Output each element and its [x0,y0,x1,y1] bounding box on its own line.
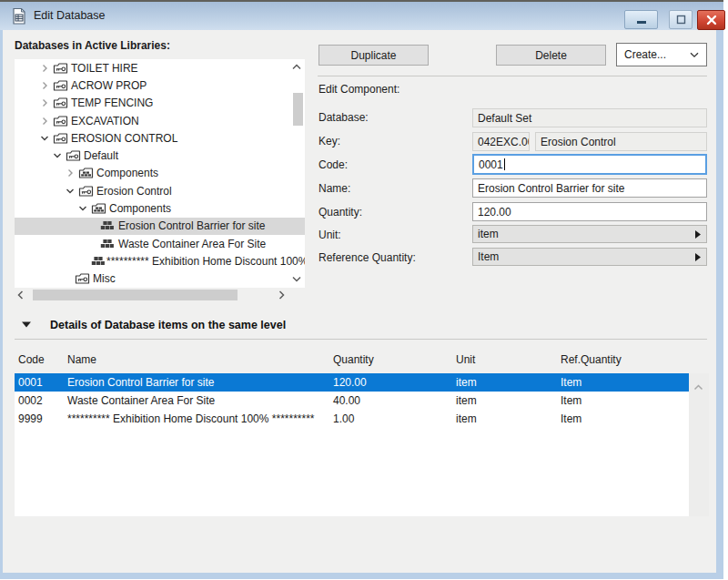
table-row-0001[interactable]: 0001Erosion Control Barrier for site120.… [15,373,689,392]
table-scrollbar-track [689,373,709,516]
tree-item-temp-fencing[interactable]: TEMP FENCING [15,95,305,112]
code-input[interactable]: 0001 [472,154,707,175]
column-header-code[interactable]: Code [15,353,67,366]
chevron-down-icon[interactable] [40,134,53,143]
cell-ref: Item [561,376,689,389]
cell-qty: 120.00 [333,376,456,389]
tree-item-toilet-hire[interactable]: TOILET HIRE [15,59,305,76]
tree-item-exhibition-home-discount-100[interactable]: ********** Exhibition Home Discount 100% [15,252,305,270]
window-border [0,573,723,579]
key-folder-icon [66,149,83,162]
scroll-down-button[interactable] [290,273,303,284]
cell-qty: 40.00 [333,394,456,407]
cell-code: 9999 [15,412,67,425]
tree-item-excavation[interactable]: EXCAVATION [15,112,305,129]
column-header-ref-quantity[interactable]: Ref.Quantity [561,353,709,366]
arrow-right-icon [695,253,701,261]
chevron-right-icon[interactable] [40,64,53,73]
column-header-quantity[interactable]: Quantity [333,353,456,366]
maximize-button[interactable] [669,10,693,29]
quantity-label: Quantity: [318,206,362,219]
chevron-right-icon[interactable] [40,98,53,107]
unit-dropdown-value: item [478,228,499,240]
tree-item-erosion-control[interactable]: EROSION CONTROL [15,129,305,147]
bricks-icon [100,220,117,231]
chevron-down-icon[interactable] [78,204,91,213]
minimize-button[interactable] [624,10,658,29]
key-folder-icon [53,132,70,145]
key-folder-icon [53,79,70,92]
quantity-input[interactable]: 120.00 [472,202,707,221]
column-header-name[interactable]: Name [67,353,333,366]
duplicate-button[interactable]: Duplicate [318,45,429,66]
table-row-9999[interactable]: 9999********** Exhibition Home Discount … [15,410,689,428]
column-header-unit[interactable]: Unit [456,353,561,366]
edit-component-label: Edit Component: [318,83,399,96]
tree-item-acrow-prop[interactable]: ACROW PROP [15,76,305,94]
table-row-0002[interactable]: 0002Waste Container Area For Site40.00it… [15,392,689,410]
reference-quantity-dropdown[interactable]: Item [472,248,707,266]
tree-item-waste-container-area-for-site[interactable]: Waste Container Area For Site [15,235,305,252]
bricks-icon [91,256,106,267]
chevron-down-icon[interactable] [53,151,66,160]
chevron-right-icon[interactable] [40,117,53,126]
table-scroll-up-button[interactable] [693,379,704,395]
delete-button[interactable]: Delete [496,45,606,66]
bricks-icon [100,239,117,249]
text-caret [504,158,505,170]
tree-item-misc[interactable]: Misc [15,270,305,288]
database-field: Default Set [472,108,707,127]
key-folder-icon [75,272,92,285]
cell-name: ********** Exhibition Home Discount 100%… [67,412,333,425]
tree-item-erosion-control[interactable]: Erosion Control [15,182,305,199]
cell-name: Erosion Control Barrier for site [67,376,333,389]
cell-qty: 1.00 [333,412,456,425]
tree-item-components[interactable]: Components [15,165,305,182]
cell-unit: item [456,394,561,407]
collapse-triangle-icon[interactable] [22,321,31,328]
details-table-header: CodeNameQuantityUnitRef.Quantity [15,351,709,368]
chevron-down-icon [690,52,699,58]
details-section-header[interactable]: Details of Database items on the same le… [50,319,286,331]
create-dropdown-value: Create... [624,48,666,61]
cell-unit: item [456,412,561,425]
vertical-scrollbar-thumb[interactable] [293,93,303,126]
tree-item-label: Misc [92,272,116,285]
details-table: 0001Erosion Control Barrier for site120.… [15,373,709,516]
key-folder-icon [53,115,70,127]
window-border [0,30,3,579]
chevron-right-icon[interactable] [66,168,78,178]
tree-item-default[interactable]: Default [15,147,305,164]
separator [318,76,707,76]
tree-item-label: ACROW PROP [70,79,147,92]
cell-code: 0002 [15,394,67,407]
cell-ref: Item [561,412,689,425]
key-code-field: 042EXC.0000 [472,132,530,151]
close-icon [706,15,717,25]
scroll-right-button[interactable] [276,289,287,301]
scroll-up-button[interactable] [290,61,303,72]
tree-item-label: Erosion Control Barrier for site [117,219,265,232]
unit-dropdown[interactable]: item [472,225,707,243]
chevron-down-icon[interactable] [66,187,78,196]
tree-item-label: EROSION CONTROL [70,132,177,145]
cell-ref: Item [561,394,689,407]
window-border [716,30,723,579]
name-input[interactable]: Erosion Control Barrier for site [472,178,707,198]
title-bar[interactable]: Edit Database [0,0,723,30]
horizontal-scrollbar-thumb[interactable] [33,290,238,300]
code-input-value: 0001 [479,158,503,171]
chevron-right-icon[interactable] [40,81,53,90]
code-label: Code: [318,158,348,171]
window-title: Edit Database [34,9,106,22]
close-button[interactable] [697,10,725,30]
create-dropdown[interactable]: Create... [616,43,707,66]
maximize-icon [676,15,686,25]
brick-folder-icon [78,167,96,179]
scroll-left-button[interactable] [15,289,25,301]
tree-item-erosion-control-barrier-for-site[interactable]: Erosion Control Barrier for site [15,218,305,235]
cell-code: 0001 [15,376,67,389]
database-label: Database: [318,111,369,124]
name-label: Name: [318,182,350,195]
tree-item-components[interactable]: Components [15,199,305,217]
